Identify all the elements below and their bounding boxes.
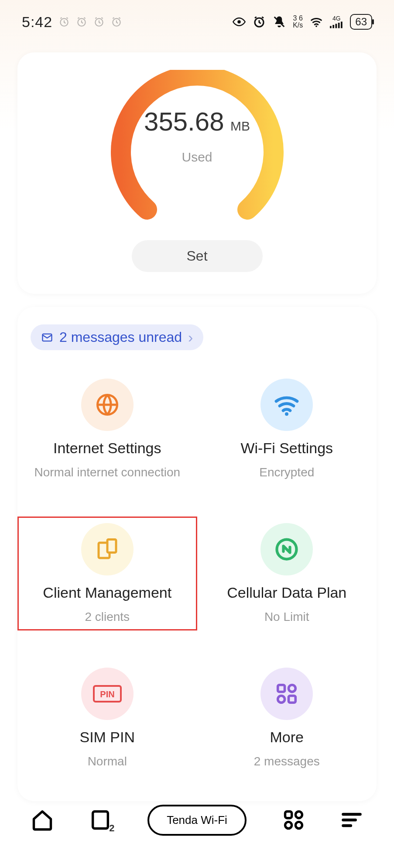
globe-icon	[81, 379, 134, 431]
home-icon[interactable]	[31, 809, 54, 831]
tile-title: Wi-Fi Settings	[240, 440, 333, 457]
svg-rect-9	[333, 25, 335, 28]
svg-rect-12	[341, 22, 343, 28]
tile-title: SIM PIN	[79, 729, 135, 746]
tile-title: Client Management	[43, 584, 171, 601]
svg-point-7	[315, 25, 317, 27]
wifi-status-icon	[310, 15, 323, 28]
tile-sub: 2 clients	[85, 610, 130, 624]
svg-rect-17	[107, 540, 116, 553]
chevron-right-icon: ›	[188, 329, 193, 346]
app-pill[interactable]: Tenda Wi-Fi	[147, 805, 247, 836]
tile-title: Cellular Data Plan	[227, 584, 346, 601]
system-nav-bar: 2 Tenda Wi-Fi	[0, 794, 394, 846]
more-grid-icon	[260, 668, 313, 720]
settings-grid: Internet Settings Normal internet connec…	[17, 372, 377, 775]
svg-rect-24	[289, 696, 296, 703]
usage-card: 355.68 MB Used Set	[17, 52, 377, 294]
alarm-icon	[58, 16, 70, 28]
tile-more[interactable]: More 2 messages	[197, 661, 377, 775]
tile-internet-settings[interactable]: Internet Settings Normal internet connec…	[17, 372, 197, 486]
menu-icon[interactable]	[340, 809, 363, 831]
app-drawer-icon[interactable]	[282, 809, 305, 831]
alarm-icon	[111, 16, 122, 28]
status-right: 3 6 K/s 4G 63	[233, 14, 372, 30]
tile-sub: No Limit	[264, 610, 309, 624]
svg-rect-8	[330, 26, 332, 28]
cellular-label: 4G	[332, 15, 341, 21]
svg-point-28	[285, 822, 291, 828]
svg-rect-21	[278, 685, 285, 692]
network-rate: 3 6 K/s	[293, 15, 303, 29]
battery-indicator: 63	[350, 14, 372, 30]
devices-icon	[81, 523, 134, 575]
svg-point-15	[285, 412, 288, 416]
status-bar: 5:42 3 6 K/s 4G 63	[0, 0, 394, 44]
svg-rect-26	[285, 812, 291, 818]
svg-point-27	[295, 812, 302, 818]
recent-apps-badge: 2	[109, 823, 114, 834]
status-time: 5:42	[22, 14, 52, 31]
recent-apps-icon[interactable]: 2	[89, 809, 112, 831]
wifi-icon	[260, 379, 313, 431]
tile-wifi-settings[interactable]: Wi-Fi Settings Encrypted	[197, 372, 377, 486]
tile-title: More	[270, 729, 304, 746]
usage-gauge: 355.68 MB Used	[101, 70, 293, 227]
svg-point-22	[289, 685, 296, 692]
tile-sub: Normal internet connection	[34, 465, 180, 479]
tile-sub: Normal	[88, 754, 127, 768]
cellular-status: 4G	[330, 15, 343, 28]
alarm-icon	[76, 16, 87, 28]
status-left: 5:42	[22, 14, 122, 31]
eye-icon	[233, 15, 246, 28]
svg-point-4	[237, 20, 241, 24]
data-plan-icon	[260, 523, 313, 575]
svg-point-29	[295, 822, 302, 828]
set-button[interactable]: Set	[132, 240, 263, 272]
svg-point-23	[278, 696, 285, 703]
alarm-status-icon	[253, 15, 266, 28]
tile-cellular-data-plan[interactable]: Cellular Data Plan No Limit	[197, 517, 377, 630]
network-rate-bot: K/s	[293, 22, 303, 29]
svg-rect-10	[336, 24, 337, 28]
pin-icon: PIN	[81, 668, 134, 720]
svg-rect-25	[93, 812, 108, 829]
mail-icon	[41, 331, 53, 344]
alarm-icon	[93, 16, 105, 28]
tile-client-management[interactable]: Client Management 2 clients	[17, 517, 197, 630]
tile-sub: 2 messages	[254, 754, 320, 768]
tile-sim-pin[interactable]: PIN SIM PIN Normal	[17, 661, 197, 775]
svg-rect-11	[338, 23, 340, 28]
network-rate-top: 3 6	[293, 15, 303, 22]
tile-sub: Encrypted	[259, 465, 314, 479]
mute-icon	[273, 15, 286, 28]
svg-text:PIN: PIN	[100, 689, 114, 699]
settings-card: 2 messages unread › Internet Settings No…	[17, 307, 377, 801]
unread-messages-pill[interactable]: 2 messages unread ›	[31, 324, 203, 350]
unread-messages-text: 2 messages unread	[59, 329, 182, 345]
tile-title: Internet Settings	[53, 440, 161, 457]
